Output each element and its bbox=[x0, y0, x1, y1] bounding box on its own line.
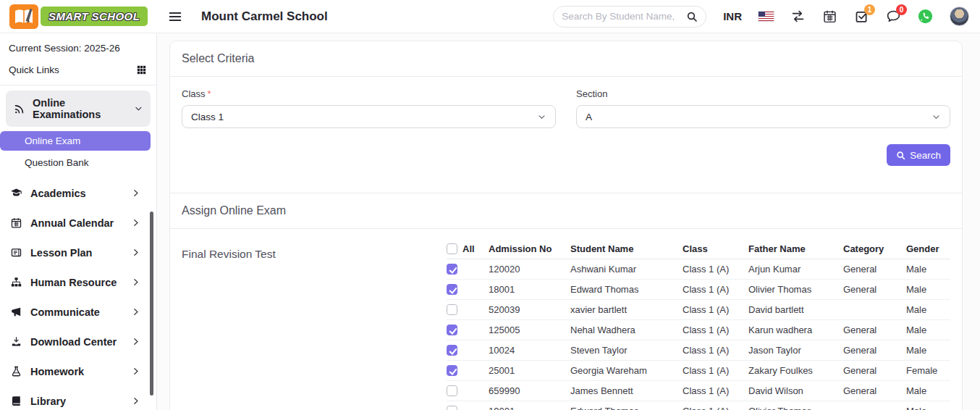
section-select[interactable]: A bbox=[576, 105, 950, 128]
admission-no-cell: 659990 bbox=[489, 385, 570, 396]
sidebar-subitem-online-exam[interactable]: Online Exam bbox=[0, 131, 151, 151]
table-row: 125005 Nehal Wadhera Class 1 (A) Karun w… bbox=[447, 320, 950, 340]
sidebar-subitem-question-bank[interactable]: Question Bank bbox=[0, 153, 151, 172]
assign-table-section: Final Revision Test All Admission No Stu… bbox=[170, 229, 962, 410]
student-name-cell: Edward Thomas bbox=[570, 284, 683, 295]
chevron-right-icon bbox=[131, 188, 140, 198]
gender-cell: Male bbox=[906, 406, 950, 410]
calendar-icon bbox=[10, 217, 22, 229]
gender-cell: Male bbox=[906, 385, 950, 396]
father-name-cell: David bartlett bbox=[748, 304, 843, 315]
section-label: Section bbox=[576, 88, 950, 99]
user-avatar[interactable] bbox=[950, 7, 969, 26]
chevron-right-icon bbox=[131, 218, 140, 227]
student-name-cell: Steven Taylor bbox=[570, 345, 683, 356]
row-checkbox[interactable] bbox=[447, 264, 457, 275]
student-name-cell: Nehal Wadhera bbox=[570, 325, 683, 335]
sidebar-item-lesson-plan[interactable]: Lesson Plan bbox=[0, 238, 156, 267]
row-checkbox[interactable] bbox=[447, 385, 457, 396]
table-row: 18001 Edward Thomas Class 1 (A) Olivier … bbox=[447, 280, 950, 300]
sidebar-item-academics[interactable]: Academics bbox=[0, 178, 156, 208]
student-name-cell: Edward Thomas bbox=[570, 406, 683, 410]
transfer-icon[interactable] bbox=[790, 9, 806, 24]
father-name-cell: Olivier Thomas bbox=[748, 406, 843, 410]
sidebar-item-homework[interactable]: Homework bbox=[0, 356, 156, 386]
col-student-name: Student Name bbox=[570, 243, 683, 254]
row-checkbox[interactable] bbox=[447, 345, 457, 356]
app-logo[interactable]: SMART SCHOOL bbox=[0, 0, 157, 33]
sidebar-group-online-examinations[interactable]: Online Examinations bbox=[6, 91, 151, 127]
class-cell: Class 1 (A) bbox=[683, 406, 748, 410]
student-search[interactable] bbox=[553, 6, 706, 28]
tasks-icon[interactable]: 1 bbox=[854, 9, 869, 24]
category-cell: General bbox=[843, 345, 906, 356]
class-cell: Class 1 (A) bbox=[683, 264, 748, 275]
chevron-down-icon bbox=[537, 112, 546, 122]
sidebar-scrollbar[interactable] bbox=[150, 212, 153, 396]
class-cell: Class 1 (A) bbox=[683, 304, 748, 315]
admission-no-cell: 120020 bbox=[489, 264, 570, 275]
student-name-cell: Georgia Wareham bbox=[570, 365, 683, 376]
chat-icon[interactable]: 0 bbox=[886, 9, 901, 24]
whatsapp-icon[interactable] bbox=[918, 9, 933, 24]
student-name-cell: xavier bartlett bbox=[570, 304, 683, 315]
required-asterisk: * bbox=[208, 88, 211, 99]
chat-badge: 0 bbox=[896, 4, 907, 15]
sidebar-item-communicate[interactable]: Communicate bbox=[0, 297, 156, 327]
admission-no-cell: 520039 bbox=[489, 304, 570, 315]
student-name-cell: Ashwani Kumar bbox=[570, 264, 683, 275]
header-actions: INR 1 0 bbox=[553, 6, 980, 28]
lesson-plan-icon bbox=[10, 246, 22, 259]
us-flag-icon[interactable] bbox=[759, 12, 774, 21]
select-all-checkbox[interactable] bbox=[447, 243, 457, 254]
sidebar-item-human-resource[interactable]: Human Resource bbox=[0, 267, 156, 297]
father-name-cell: David Wilson bbox=[748, 385, 843, 396]
chevron-right-icon bbox=[131, 337, 140, 346]
search-input[interactable] bbox=[562, 11, 686, 22]
section-select-value: A bbox=[586, 112, 592, 122]
megaphone-icon bbox=[10, 306, 22, 318]
current-session-label: Current Session: 2025-26 bbox=[0, 33, 156, 57]
gender-cell: Male bbox=[906, 284, 950, 295]
category-cell: General bbox=[843, 264, 906, 275]
sidebar-item-library[interactable]: Library bbox=[0, 386, 156, 410]
rss-icon bbox=[13, 103, 25, 115]
table-row: 25001 Georgia Wareham Class 1 (A) Zakary… bbox=[447, 361, 950, 381]
search-button[interactable]: Search bbox=[887, 144, 950, 166]
father-name-cell: Jason Taylor bbox=[748, 345, 843, 356]
main-content: Select Criteria Class* Class 1 Se bbox=[157, 33, 980, 410]
calendar-icon[interactable] bbox=[822, 9, 837, 24]
currency-selector[interactable]: INR bbox=[723, 10, 742, 22]
class-cell: Class 1 (A) bbox=[683, 365, 748, 376]
tasks-badge: 1 bbox=[864, 4, 875, 15]
col-admission-no: Admission No bbox=[489, 243, 570, 254]
sidebar-item-annual-calendar[interactable]: Annual Calendar bbox=[0, 208, 156, 238]
hamburger-menu-icon[interactable] bbox=[167, 9, 183, 25]
class-select-value: Class 1 bbox=[191, 112, 224, 122]
logo-text: SMART SCHOOL bbox=[41, 7, 148, 26]
search-icon[interactable] bbox=[686, 11, 698, 22]
table-header-row: All Admission No Student Name Class Fath… bbox=[447, 239, 950, 259]
chevron-right-icon bbox=[131, 367, 140, 376]
quick-links[interactable]: Quick Links bbox=[0, 57, 156, 85]
gender-cell: Female bbox=[906, 365, 950, 376]
class-cell: Class 1 (A) bbox=[683, 385, 748, 396]
row-checkbox[interactable] bbox=[447, 406, 457, 410]
chevron-down-icon bbox=[932, 112, 941, 122]
sidebar-item-download-center[interactable]: Download Center bbox=[0, 327, 156, 356]
class-select[interactable]: Class 1 bbox=[182, 105, 556, 128]
col-gender: Gender bbox=[906, 243, 950, 254]
category-cell: General bbox=[843, 365, 906, 376]
row-checkbox[interactable] bbox=[447, 304, 457, 315]
class-cell: Class 1 (A) bbox=[683, 345, 748, 356]
row-checkbox[interactable] bbox=[447, 325, 457, 335]
select-all-label: All bbox=[462, 243, 475, 254]
sidebar-menu: Academics Annual Calendar Lesson Plan Hu… bbox=[0, 178, 156, 410]
category-cell: General bbox=[843, 385, 906, 396]
gender-cell: Male bbox=[906, 325, 950, 335]
row-checkbox[interactable] bbox=[447, 365, 457, 376]
sidebar: Current Session: 2025-26 Quick Links Onl… bbox=[0, 33, 157, 410]
col-father-name: Father Name bbox=[748, 243, 843, 254]
quick-links-label: Quick Links bbox=[9, 64, 59, 75]
row-checkbox[interactable] bbox=[447, 284, 457, 295]
